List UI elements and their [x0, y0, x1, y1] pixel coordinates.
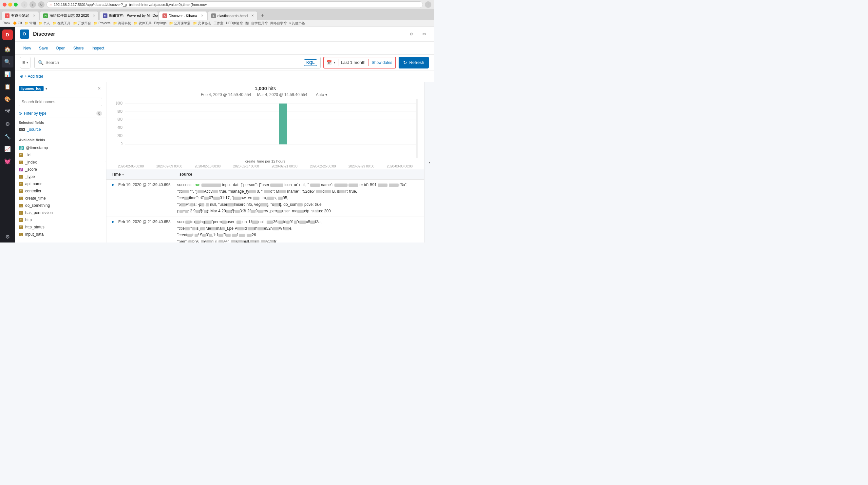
col-time-header[interactable]: Time ▾	[112, 172, 177, 177]
kql-badge[interactable]: KQL	[304, 59, 317, 66]
maximize-window-btn[interactable]	[14, 3, 18, 6]
tab-close-kibana[interactable]: ✕	[199, 14, 204, 18]
bm-projects[interactable]: 📁 Projects	[94, 21, 111, 25]
field-item-type[interactable]: t _type	[15, 173, 106, 180]
bm-git[interactable]: 🔶 Git	[13, 21, 22, 25]
bm-rank[interactable]: Rank	[3, 21, 10, 25]
field-item-timestamp[interactable]: @ @timestamp	[15, 144, 106, 151]
tab-mindoc[interactable]: M 编辑文档 - Powered by MinDoc ✕	[99, 11, 158, 20]
index-clear-btn[interactable]: ✕	[96, 86, 102, 91]
svg-text:0: 0	[121, 142, 123, 146]
show-dates-btn[interactable]: Show dates	[369, 60, 396, 65]
share-btn[interactable]: Share	[70, 44, 87, 52]
table-row-2-content[interactable]: ▶ Feb 19, 2020 @ 21:39:40.658 succtruing…	[106, 217, 424, 243]
nav-apm-icon[interactable]: 📈	[2, 143, 13, 155]
minimize-window-btn[interactable]	[8, 3, 12, 6]
nav-settings-icon[interactable]: ⚙	[2, 231, 13, 243]
field-item-controller[interactable]: t controller	[15, 187, 106, 195]
bm-courses[interactable]: 📁 公开课学堂	[169, 21, 190, 26]
field-item-do-something[interactable]: t do_something	[15, 202, 106, 209]
nav-infra-icon[interactable]: 🔧	[2, 130, 13, 142]
back-btn[interactable]: ‹	[21, 1, 28, 8]
filter-by-type-btn[interactable]: ⊜ Filter by type 0	[15, 109, 106, 118]
svg-text:600: 600	[117, 117, 123, 122]
bm-personal[interactable]: 📁 个人	[39, 21, 50, 26]
search-expand-icon: ⊞	[22, 60, 25, 65]
bm-study[interactable]: 自学提升馆	[251, 21, 268, 26]
field-item-source[interactable]: </> _source	[15, 126, 106, 133]
field-item-api-name[interactable]: t api_name	[15, 180, 106, 187]
date-range-display[interactable]: Last 1 month	[338, 60, 368, 65]
search-type-btn[interactable]: ⊞ ▾	[20, 57, 30, 68]
field-name-create-time: create_time	[25, 196, 46, 201]
bm-open[interactable]: 📁 开放平台	[73, 21, 91, 26]
right-panel-toggle-btn[interactable]: ›	[424, 82, 434, 243]
field-item-id[interactable]: t _id	[15, 151, 106, 159]
bm-common[interactable]: 📁 常用	[25, 21, 36, 26]
settings-icon[interactable]: ⚙	[406, 30, 416, 39]
nav-dashboard-icon[interactable]: 📋	[2, 81, 13, 92]
calendar-chevron-icon: ▾	[334, 61, 335, 64]
nav-ml-icon[interactable]: ⚙	[2, 118, 13, 130]
table-row-1-content[interactable]: ▶ Feb 19, 2020 @ 21:39:40.695 success: t…	[106, 180, 424, 217]
tab-kibana[interactable]: K Discover - Kibana ✕	[159, 11, 207, 20]
nav-uptime-icon[interactable]: 💓	[2, 155, 13, 167]
save-btn[interactable]: Save	[36, 44, 51, 52]
sidebar-toggle-btn[interactable]: ›	[103, 156, 106, 169]
url-bar[interactable]: ⚠ 192.168.2.117:5601/app/kibana#/discove…	[46, 1, 423, 8]
new-tab-btn[interactable]: +	[258, 11, 267, 20]
reload-btn[interactable]: ↻	[38, 1, 44, 8]
bm-software[interactable]: 📁 软件工具	[134, 21, 152, 26]
refresh-btn[interactable]: ↻ Refresh	[399, 57, 429, 68]
tab-close-eshead[interactable]: ✕	[249, 14, 254, 18]
row-2-expand-btn[interactable]: ▶	[112, 219, 118, 224]
search-input[interactable]	[45, 60, 302, 65]
bm-fan[interactable]: 翻	[245, 21, 249, 26]
forward-btn[interactable]: ›	[29, 1, 36, 8]
svg-text:800: 800	[117, 109, 123, 113]
tab-youdao[interactable]: Y 有道云笔记 ✕	[1, 11, 39, 20]
tab-label-kibana: Discover - Kibana	[169, 14, 197, 18]
new-btn[interactable]: New	[20, 44, 34, 52]
kibana-logo[interactable]: D	[2, 30, 13, 40]
extensions-btn[interactable]: ⋮	[425, 1, 431, 8]
bm-hainuo[interactable]: 📁 海诺科技	[113, 21, 131, 26]
bm-android[interactable]: 📁 安卓热讯	[193, 21, 211, 26]
tab-eshead[interactable]: E elasticsearch-head ✕	[208, 11, 257, 20]
nav-visualize-icon[interactable]: 📊	[2, 68, 13, 80]
field-item-create-time[interactable]: t create_time	[15, 195, 106, 202]
row-1-expand-btn[interactable]: ▶	[112, 182, 118, 187]
nav-discover-icon[interactable]: 🔍	[2, 56, 13, 67]
field-item-index[interactable]: t _index	[15, 159, 106, 166]
bm-net[interactable]: 网络自学馆	[270, 21, 287, 26]
bm-tools[interactable]: 📁 在线工具	[53, 21, 70, 26]
tab-logs[interactable]: H 海诺软件部日志-03-2020 ✕	[40, 11, 99, 20]
add-filter-btn[interactable]: ⊕ + Add filter	[20, 74, 43, 79]
open-btn[interactable]: Open	[53, 44, 68, 52]
index-dropdown-icon[interactable]: ▾	[45, 87, 47, 90]
chart-container[interactable]: 1000 800 600 400 200 0	[106, 99, 424, 158]
nav-home-icon[interactable]: 🏠	[2, 43, 13, 55]
auto-dropdown[interactable]: Auto ▾	[316, 92, 327, 97]
field-item-http[interactable]: t http	[15, 216, 106, 223]
field-search-input[interactable]	[19, 98, 102, 106]
field-type-score: #	[19, 168, 23, 172]
tab-close-logs[interactable]: ✕	[91, 14, 95, 18]
close-window-btn[interactable]	[3, 3, 6, 6]
tab-close-youdao[interactable]: ✕	[31, 14, 35, 18]
bm-phylings[interactable]: Phylings	[154, 21, 167, 25]
field-item-http-status[interactable]: t http_status	[15, 223, 106, 231]
field-item-input-data[interactable]: t input_data	[15, 231, 106, 238]
bm-workspace[interactable]: 工作室	[214, 21, 223, 26]
bm-ued[interactable]: UED体验馆	[226, 21, 243, 26]
date-picker-btn[interactable]: 📅 ▾	[324, 60, 338, 65]
mail-icon[interactable]: ✉	[420, 30, 429, 39]
field-type-index: t	[19, 160, 23, 164]
inspect-btn[interactable]: Inspect	[88, 44, 108, 52]
field-item-score[interactable]: # _score	[15, 166, 106, 173]
field-item-has-permission[interactable]: t has_permission	[15, 209, 106, 216]
nav-canvas-icon[interactable]: 🎨	[2, 93, 13, 105]
x-label-5: 2020-02-25 00:00	[310, 164, 336, 168]
bm-more[interactable]: » 其他书签	[289, 21, 305, 26]
nav-maps-icon[interactable]: 🗺	[2, 105, 13, 117]
